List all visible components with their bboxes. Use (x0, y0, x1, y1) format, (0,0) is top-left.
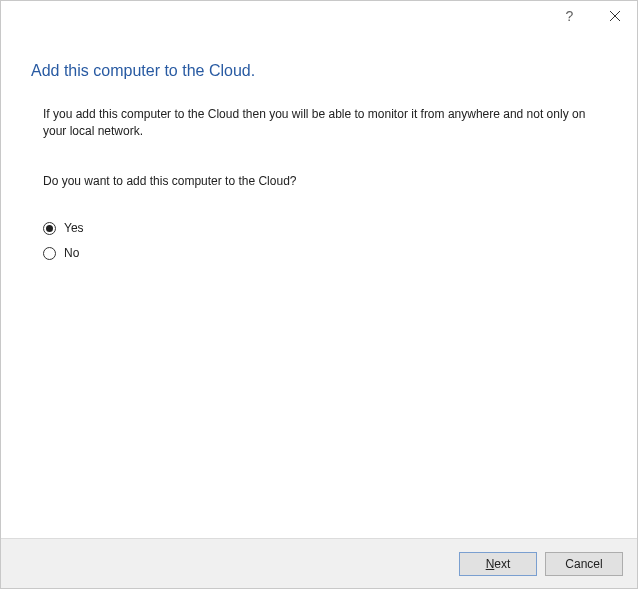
radio-icon (43, 222, 56, 235)
page-title: Add this computer to the Cloud. (31, 62, 607, 80)
radio-option-yes[interactable]: Yes (43, 220, 597, 237)
close-icon (610, 11, 620, 21)
help-button[interactable]: ? (547, 1, 592, 31)
question-text: Do you want to add this computer to the … (43, 173, 597, 190)
content-area: Add this computer to the Cloud. If you a… (1, 34, 637, 538)
radio-icon (43, 247, 56, 260)
description-text: If you add this computer to the Cloud th… (43, 106, 597, 141)
next-button[interactable]: Next (459, 552, 537, 576)
radio-label-no: No (64, 245, 79, 262)
titlebar: ? (1, 1, 637, 34)
radio-option-no[interactable]: No (43, 245, 597, 262)
footer: Next Cancel (1, 538, 637, 588)
body: If you add this computer to the Cloud th… (31, 106, 607, 262)
close-button[interactable] (592, 1, 637, 31)
radio-label-yes: Yes (64, 220, 84, 237)
wizard-dialog: ? Add this computer to the Cloud. If you… (0, 0, 638, 589)
cancel-button[interactable]: Cancel (545, 552, 623, 576)
radio-group-add-to-cloud: Yes No (43, 220, 597, 262)
